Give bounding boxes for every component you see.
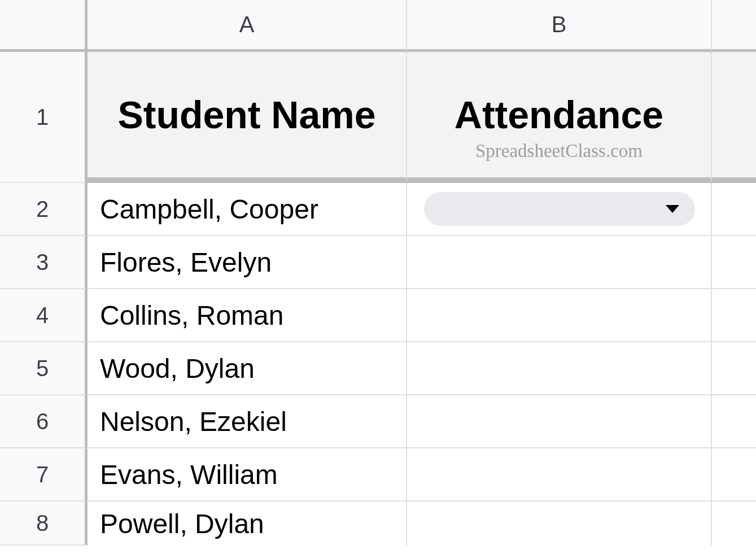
cell-c2-overflow <box>712 183 756 236</box>
column-header-a[interactable]: A <box>88 0 407 52</box>
cell-a7[interactable]: Evans, William <box>88 448 407 502</box>
row-header-5[interactable]: 5 <box>0 342 88 395</box>
cell-a1[interactable]: Student Name <box>88 52 407 183</box>
cell-b5[interactable] <box>407 342 712 395</box>
cell-c6-overflow <box>712 395 756 448</box>
spreadsheet-grid: A B 1 Student Name Attendance Spreadshee… <box>0 0 756 546</box>
cell-b4[interactable] <box>407 289 712 342</box>
row-header-2[interactable]: 2 <box>0 183 88 236</box>
cell-a8[interactable]: Powell, Dylan <box>88 502 407 546</box>
cell-c8-overflow <box>712 502 756 546</box>
cell-b8[interactable] <box>407 502 712 546</box>
watermark-text: SpreadsheetClass.com <box>475 141 643 162</box>
cell-a5[interactable]: Wood, Dylan <box>88 342 407 395</box>
cell-b1[interactable]: Attendance SpreadsheetClass.com <box>407 52 712 183</box>
select-all-corner[interactable] <box>0 0 88 52</box>
cell-c7-overflow <box>712 448 756 502</box>
cell-b6[interactable] <box>407 395 712 448</box>
cell-a4[interactable]: Collins, Roman <box>88 289 407 342</box>
cell-b3[interactable] <box>407 236 712 289</box>
cell-c3-overflow <box>712 236 756 289</box>
cell-a2[interactable]: Campbell, Cooper <box>88 183 407 236</box>
row-header-7[interactable]: 7 <box>0 448 88 502</box>
cell-a6[interactable]: Nelson, Ezekiel <box>88 395 407 448</box>
column-header-overflow <box>712 0 756 52</box>
column-header-b[interactable]: B <box>407 0 712 52</box>
dropdown-chip[interactable] <box>424 192 695 226</box>
cell-c4-overflow <box>712 289 756 342</box>
cell-b2[interactable] <box>407 183 712 236</box>
cell-c5-overflow <box>712 342 756 395</box>
cell-c1-overflow <box>712 52 756 183</box>
cell-a3[interactable]: Flores, Evelyn <box>88 236 407 289</box>
cell-b7[interactable] <box>407 448 712 502</box>
row-header-3[interactable]: 3 <box>0 236 88 289</box>
chevron-down-icon <box>666 205 679 213</box>
row-header-4[interactable]: 4 <box>0 289 88 342</box>
row-header-8[interactable]: 8 <box>0 502 88 546</box>
header-attendance: Attendance <box>455 93 663 137</box>
row-header-6[interactable]: 6 <box>0 395 88 448</box>
row-header-1[interactable]: 1 <box>0 52 88 183</box>
header-student-name: Student Name <box>117 93 375 137</box>
